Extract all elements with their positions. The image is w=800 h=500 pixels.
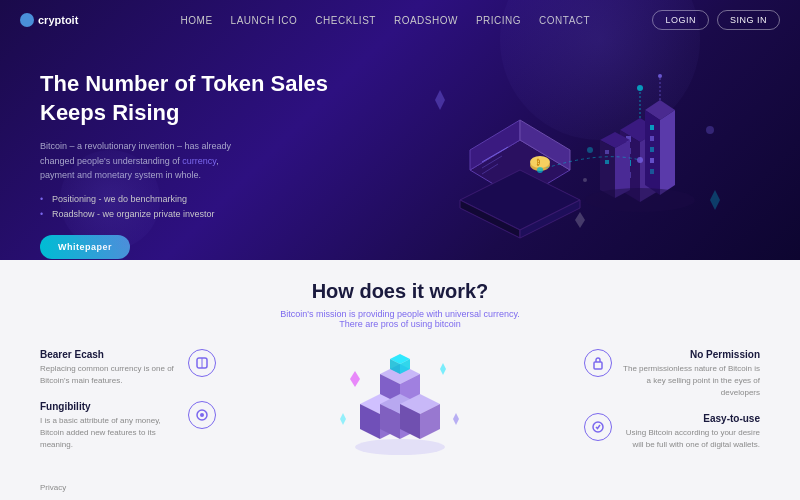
feature-no-permission-desc: The permissionless nature of Bitcoin is … bbox=[620, 363, 760, 399]
section-subtitle: Bitcoin's mission is providing people wi… bbox=[40, 309, 760, 329]
feature-bearer-ecash-title: Bearer Ecash bbox=[40, 349, 180, 360]
nav-launch-ico[interactable]: LAUNCH ICO bbox=[231, 15, 298, 26]
hero-list-item-1: Positioning - we do benchmarking bbox=[40, 194, 400, 204]
svg-marker-67 bbox=[340, 413, 346, 425]
svg-marker-21 bbox=[660, 110, 675, 195]
feature-no-permission-text: No Permission The permissionless nature … bbox=[620, 349, 760, 399]
svg-marker-42 bbox=[435, 90, 445, 110]
nav-roadshow[interactable]: ROADSHOW bbox=[394, 15, 458, 26]
svg-marker-65 bbox=[440, 363, 446, 375]
svg-marker-66 bbox=[453, 413, 459, 425]
svg-rect-69 bbox=[594, 362, 602, 369]
feature-easy-to-use-desc: Using Bitcoin according to your desire w… bbox=[620, 427, 760, 451]
features-center bbox=[330, 349, 470, 479]
svg-point-40 bbox=[537, 167, 543, 173]
hero-title: The Number of Token Sales Keeps Rising bbox=[40, 70, 400, 127]
feature-fungibility-desc: I is a basic attribute of any money, Bit… bbox=[40, 415, 180, 451]
nav-checklist[interactable]: CHECKLIST bbox=[315, 15, 376, 26]
feature-easy-to-use-text: Easy-to-use Using Bitcoin according to y… bbox=[620, 413, 760, 451]
features-grid: Bearer Ecash Replacing common currency i… bbox=[40, 349, 760, 479]
feature-bearer-ecash: Bearer Ecash Replacing common currency i… bbox=[40, 349, 310, 387]
feature-fungibility: Fungibility I is a basic attribute of an… bbox=[40, 401, 310, 451]
svg-point-48 bbox=[200, 413, 204, 417]
feature-bearer-ecash-text: Bearer Ecash Replacing common currency i… bbox=[40, 349, 180, 387]
logo: cryptoit bbox=[20, 13, 78, 27]
svg-point-39 bbox=[583, 178, 587, 182]
feature-fungibility-title: Fungibility bbox=[40, 401, 180, 412]
svg-rect-23 bbox=[650, 136, 654, 141]
svg-point-34 bbox=[637, 85, 643, 91]
svg-point-32 bbox=[585, 188, 695, 212]
svg-point-37 bbox=[587, 147, 593, 153]
svg-marker-44 bbox=[575, 212, 585, 228]
svg-point-68 bbox=[355, 439, 445, 455]
svg-rect-22 bbox=[650, 125, 654, 130]
svg-marker-28 bbox=[600, 140, 615, 198]
hero-illustration: ₿ bbox=[400, 60, 760, 260]
feature-no-permission: No Permission The permissionless nature … bbox=[490, 349, 760, 399]
feature-easy-to-use-title: Easy-to-use bbox=[620, 413, 760, 424]
subtitle-text-2: There are pros of using bitcoin bbox=[339, 319, 461, 329]
feature-easy-to-use: Easy-to-use Using Bitcoin according to y… bbox=[490, 413, 760, 451]
subtitle-text-1: Bitcoin's mission is providing people wi… bbox=[280, 309, 520, 319]
privacy-link[interactable]: Privacy bbox=[40, 483, 66, 492]
svg-rect-26 bbox=[650, 169, 654, 174]
lower-section: How does it work? Bitcoin's mission is p… bbox=[0, 260, 800, 500]
svg-marker-64 bbox=[350, 371, 360, 387]
features-right: No Permission The permissionless nature … bbox=[490, 349, 760, 479]
features-left: Bearer Ecash Replacing common currency i… bbox=[40, 349, 310, 479]
svg-marker-9 bbox=[460, 170, 580, 230]
svg-rect-30 bbox=[605, 150, 609, 154]
svg-point-38 bbox=[706, 126, 714, 134]
feature-fungibility-text: Fungibility I is a basic attribute of an… bbox=[40, 401, 180, 451]
svg-marker-43 bbox=[710, 190, 720, 210]
svg-point-7 bbox=[530, 156, 550, 168]
center-iso-svg bbox=[335, 349, 465, 479]
nav-home[interactable]: HOME bbox=[181, 15, 213, 26]
logo-text: cryptoit bbox=[38, 14, 78, 26]
bearer-ecash-icon bbox=[188, 349, 216, 377]
hero-list-item-2: Roadshow - we organize private investor bbox=[40, 209, 400, 219]
feature-no-permission-title: No Permission bbox=[620, 349, 760, 360]
fungibility-icon bbox=[188, 401, 216, 429]
hero-highlight: currency bbox=[182, 156, 216, 166]
signin-button[interactable]: SING IN bbox=[717, 10, 780, 30]
svg-rect-25 bbox=[650, 158, 654, 163]
svg-rect-31 bbox=[605, 160, 609, 164]
easy-to-use-icon bbox=[584, 413, 612, 441]
svg-rect-24 bbox=[650, 147, 654, 152]
hero-section: cryptoit HOME LAUNCH ICO CHECKLIST ROADS… bbox=[0, 0, 800, 260]
logo-icon bbox=[20, 13, 34, 27]
hero-svg: ₿ bbox=[420, 60, 740, 260]
svg-marker-20 bbox=[645, 110, 660, 195]
svg-text:₿: ₿ bbox=[536, 158, 540, 166]
no-permission-icon bbox=[584, 349, 612, 377]
section-title: How does it work? bbox=[40, 280, 760, 303]
feature-bearer-ecash-desc: Replacing common currency is one of Bitc… bbox=[40, 363, 180, 387]
svg-point-41 bbox=[637, 157, 643, 163]
svg-point-36 bbox=[658, 74, 662, 78]
